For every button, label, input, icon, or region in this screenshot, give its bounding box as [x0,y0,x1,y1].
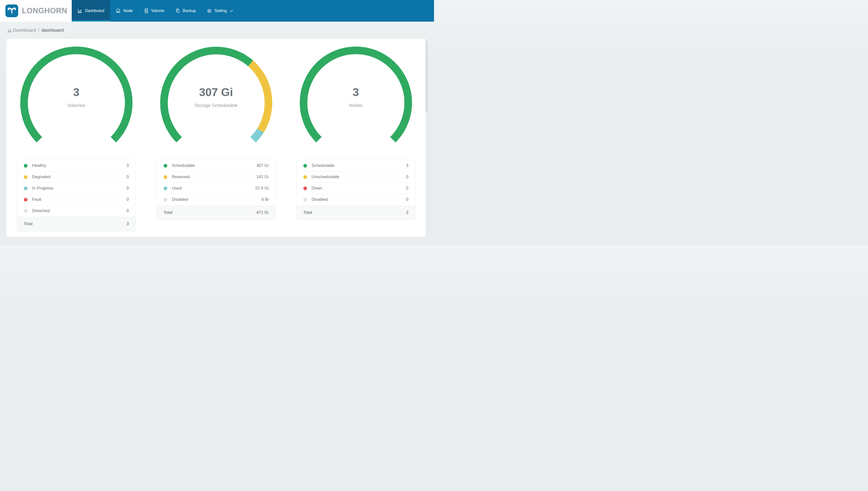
legend-table: Healthy3Degraded0In Progress0Fault0Detac… [17,160,136,231]
breadcrumb: Dashboard / dashboard [0,22,434,39]
nav-item-label: Setting [214,9,227,13]
legend-row-down: Down0 [297,182,415,194]
main-nav: Dashboard Node [72,0,434,22]
legend-label: Reserved [172,174,190,179]
server-rack-icon [144,8,149,13]
legend-row-used: Used22.4 Gi [157,182,275,194]
legend-table: Schedulable3Unschedulable0Down0Disabled0… [297,160,415,220]
legend-table: Schedulable307 GiReserved141 GiUsed22.4 … [157,160,276,220]
legend-total-row: Total3 [17,216,135,231]
nav-item-node[interactable]: Node [110,0,138,22]
bar-chart-icon [7,28,12,33]
chart-column-1: 307 GiStorage SchedulableSchedulable307 … [146,46,286,237]
gauge-segment-used [253,131,260,140]
legend-dot [303,198,307,202]
legend-dot [303,186,307,190]
legend-row-fault: Fault0 [17,194,135,205]
legend-label: In Progress [32,186,54,191]
legend-label: Disabled [312,197,328,202]
logo-area[interactable]: LONGHORN [0,0,72,22]
dashboard-card: 3VolumesHealthy3Degraded0In Progress0Fau… [6,39,426,237]
gauge-segment-schedulable [164,51,250,140]
nav-item-volume[interactable]: Volume [138,0,170,22]
donut-gauge-svg [300,46,412,159]
legend-value: 3 [126,163,129,168]
chevron-down-icon [230,10,233,12]
legend-value: 0 [406,197,408,202]
legend-label: Fault [32,197,41,202]
legend-row-disabled: Disabled0 Bi [157,194,275,205]
gauge-segment-healthy [24,50,129,140]
nav-item-setting[interactable]: Setting [202,0,239,22]
legend-value: 0 [126,186,129,191]
breadcrumb-root-link[interactable]: Dashboard [13,28,36,33]
donut-gauge: 3Volumes [20,46,133,159]
gauge-segment-reserved [250,63,269,131]
nav-item-backup[interactable]: Backup [170,0,202,22]
vertical-scrollbar-thumb[interactable] [426,41,428,112]
legend-row-degraded: Degraded0 [17,171,135,182]
legend-row-disabled: Disabled0 [297,194,415,205]
nav-item-label: Backup [183,9,196,13]
legend-label: Degraded [32,174,51,179]
legend-value: 0 [126,208,129,213]
legend-row-schedulable: Schedulable307 Gi [157,160,275,171]
donut-gauge-svg [160,46,273,159]
legend-value: 307 Gi [256,163,269,168]
bar-chart-icon [78,9,82,13]
legend-value: 0 [126,197,129,202]
chart-column-2: 3NodesSchedulable3Unschedulable0Down0Dis… [286,46,426,237]
chart-column-0: 3VolumesHealthy3Degraded0In Progress0Fau… [6,46,146,237]
total-label: Total [163,210,173,215]
legend-label: Down [312,186,322,191]
gear-icon [207,9,212,13]
legend-label: Disabled [172,197,188,202]
nav-item-label: Node [123,9,133,13]
legend-value: 141 Gi [256,174,269,179]
legend-label: Schedulable [312,163,335,168]
copy-icon [176,8,180,13]
legend-value: 3 [406,163,408,168]
legend-dot [163,186,167,190]
total-label: Total [24,222,33,226]
legend-dot [24,186,28,190]
brand-name: LONGHORN [22,6,67,15]
legend-value: 22.4 Gi [255,186,269,191]
gauge-segment-schedulable [304,50,408,140]
legend-dot [24,209,28,213]
legend-label: Healthy [32,163,46,168]
legend-row-in-progress: In Progress0 [17,182,135,194]
legend-row-schedulable: Schedulable3 [297,160,415,171]
legend-total-row: Total3 [297,205,415,220]
legend-dot [24,175,28,179]
legend-dot [163,198,167,202]
breadcrumb-current: dashboard [41,28,64,33]
legend-value: 0 [126,174,129,179]
legend-dot [163,175,167,179]
longhorn-bull-icon [5,4,18,17]
nav-item-dashboard[interactable]: Dashboard [72,0,110,22]
legend-label: Unschedulable [312,174,339,179]
legend-value: 0 Bi [261,197,269,202]
nav-item-label: Volume [151,9,164,13]
donut-gauge: 307 GiStorage Schedulable [160,46,273,159]
donut-gauge: 3Nodes [300,46,412,159]
total-value: 3 [126,222,129,226]
legend-label: Used [172,186,182,191]
legend-value: 0 [406,186,408,191]
nav-item-label: Dashboard [85,9,104,13]
legend-row-detached: Detached0 [17,205,135,216]
donut-gauge-svg [20,46,133,159]
legend-value: 0 [406,174,408,179]
laptop-icon [116,8,121,13]
legend-label: Detached [32,208,50,213]
legend-dot [303,164,307,168]
total-value: 3 [406,210,408,215]
legend-dot [24,164,28,168]
total-label: Total [303,210,312,215]
legend-dot [24,198,28,202]
legend-label: Schedulable [172,163,195,168]
legend-total-row: Total471 Gi [157,205,275,220]
legend-dot [303,175,307,179]
breadcrumb-separator: / [38,28,39,33]
